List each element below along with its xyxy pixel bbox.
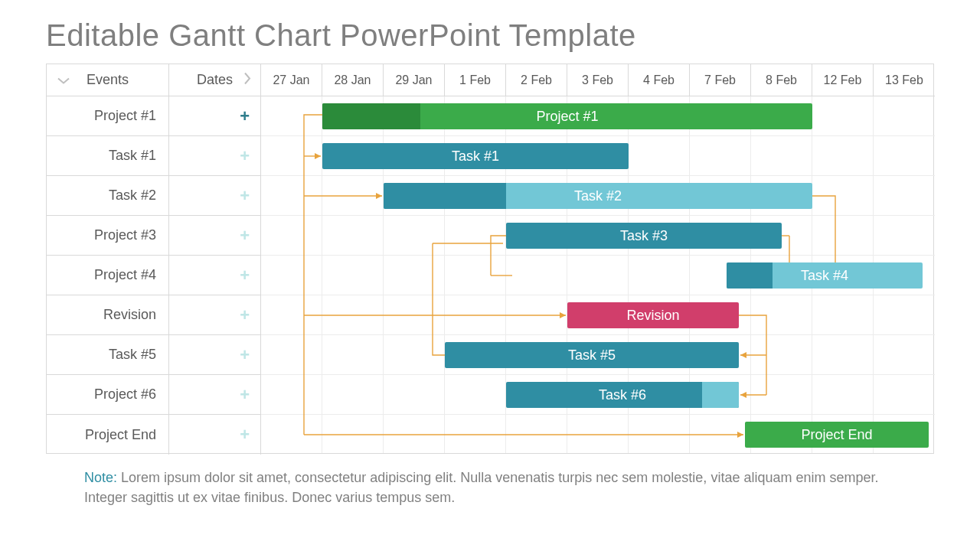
expand-plus-icon[interactable]: + [240,307,250,324]
task-row-label: Project #4 [47,256,169,295]
task-row[interactable]: Task #5+ [47,335,261,375]
timeline-header-cell: 27 Jan [261,64,322,96]
expand-plus-icon[interactable]: + [240,426,250,443]
task-row-label: Project #6 [47,375,169,414]
gantt-bar[interactable]: Project #1 [322,103,812,129]
timeline-header-cell: 2 Feb [506,64,567,96]
timeline-header-cell: 8 Feb [751,64,812,96]
gantt-bar-label: Task #4 [801,268,848,284]
gantt-chart: Events Dates Project #1+Task #1+Task #2+… [46,64,934,454]
expand-plus-icon[interactable]: + [240,227,250,244]
gantt-bar-label: Task #5 [568,347,616,364]
page-title: Editable Gantt Chart PowerPoint Template [46,18,934,53]
timeline-header-cell: 13 Feb [874,64,935,96]
gantt-bar[interactable]: Task #3 [506,223,782,249]
task-row-label: Task #5 [47,335,169,374]
gantt-bar[interactable]: Task #4 [727,262,923,289]
timeline-header-cell: 4 Feb [629,64,690,96]
task-row-label: Task #2 [47,176,169,215]
gantt-bar[interactable]: Task #2 [384,183,812,209]
column-header-dates[interactable]: Dates [169,64,261,96]
task-row-label: Project #1 [47,96,169,135]
column-header-dates-label: Dates [197,72,233,88]
gantt-bar[interactable]: Task #6 [506,382,739,408]
expand-plus-icon[interactable]: + [240,386,250,403]
gantt-bar[interactable]: Project End [745,422,929,448]
task-row-label: Revision [47,295,169,334]
task-row-label: Project End [47,415,169,455]
note-label: Note: [84,470,117,485]
gantt-bar-label: Revision [626,308,679,324]
task-row[interactable]: Project End+ [47,415,261,455]
expand-plus-icon[interactable]: + [240,187,250,204]
expand-plus-icon[interactable]: + [240,108,250,125]
expand-plus-icon[interactable]: + [240,267,250,284]
task-row-label: Project #3 [47,216,169,255]
chevron-right-icon[interactable] [243,72,251,88]
task-row-label: Task #1 [47,136,169,175]
task-row[interactable]: Task #1+ [47,136,261,176]
gantt-bar[interactable]: Task #1 [322,143,629,169]
gantt-bar-label: Project #1 [536,109,598,125]
gantt-bar[interactable]: Task #5 [445,342,739,368]
footer-note: Note: Lorem ipsum dolor sit amet, consec… [46,468,934,507]
task-row[interactable]: Project #4+ [47,256,261,295]
task-row[interactable]: Revision+ [47,295,261,335]
timeline-header-cell: 1 Feb [445,64,506,96]
expand-plus-icon[interactable]: + [240,347,250,364]
gantt-bar-label: Project End [801,427,872,443]
timeline-header-cell: 29 Jan [384,64,445,96]
timeline-header-cell: 7 Feb [690,64,751,96]
task-row[interactable]: Project #1+ [47,96,261,136]
gantt-bar-label: Task #6 [599,387,646,403]
expand-plus-icon[interactable]: + [240,148,250,165]
timeline-header-cell: 12 Feb [812,64,874,96]
task-row[interactable]: Project #6+ [47,375,261,415]
column-header-events-label: Events [87,72,129,88]
gantt-bar[interactable]: Revision [567,302,739,328]
task-row[interactable]: Task #2+ [47,176,261,216]
timeline-header-cell: 3 Feb [567,64,629,96]
gantt-bar-label: Task #1 [452,148,499,165]
gantt-bar-label: Task #2 [574,188,622,204]
timeline-header-cell: 28 Jan [322,64,384,96]
note-text: Lorem ipsum dolor sit amet, consectetur … [84,470,878,505]
task-row[interactable]: Project #3+ [47,216,261,256]
gantt-bar-label: Task #3 [620,228,668,244]
chevron-down-icon[interactable] [57,72,70,88]
column-header-events[interactable]: Events [47,64,169,96]
